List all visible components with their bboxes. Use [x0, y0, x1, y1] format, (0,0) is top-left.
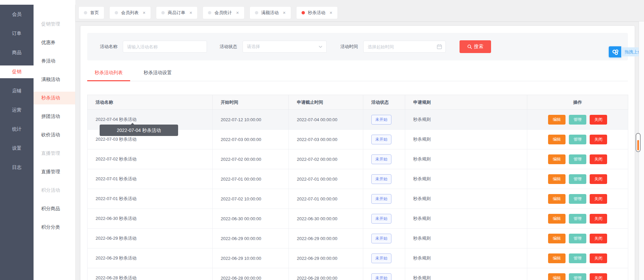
tab-close-icon[interactable]: ✕	[189, 11, 192, 15]
tab-close-icon[interactable]: ✕	[329, 11, 332, 15]
tab-close-icon[interactable]: ✕	[283, 11, 286, 15]
sidebar-item-store[interactable]: 店铺	[0, 81, 34, 100]
tab-close-icon[interactable]: ✕	[236, 11, 239, 15]
close-button[interactable]: 关闭	[590, 273, 607, 280]
tab-product-orders[interactable]: 商品订单✕	[156, 7, 197, 19]
manage-button[interactable]: 管理	[569, 234, 586, 243]
submenu-item-full-amount-activity[interactable]: 满额活动	[34, 70, 75, 89]
status-badge: 未开始	[371, 253, 391, 263]
edit-button[interactable]: 编辑	[548, 214, 566, 224]
sidebar-item-products[interactable]: 商品	[0, 43, 34, 62]
primary-sidebar: 会员订单商品促销店铺运营统计设置日志	[0, 5, 34, 280]
cell-status: 未开始	[363, 229, 405, 248]
sidebar-item-label: 会员	[0, 8, 34, 21]
close-button[interactable]: 关闭	[590, 135, 607, 144]
submenu-item-coupon-activity[interactable]: 券活动	[34, 52, 75, 70]
tab-close-icon[interactable]: ✕	[143, 11, 146, 15]
activity-time-input[interactable]	[363, 41, 446, 53]
cell-actions: 编辑管理关闭	[527, 209, 628, 229]
submenu-group-promotion-management: 促销管理	[34, 15, 75, 33]
cell-deadline: 2022-06-30 00:00:00	[289, 209, 363, 229]
tab-member-list[interactable]: 会员列表✕	[110, 7, 151, 19]
submenu-item-bargain-activity[interactable]: 砍价活动	[34, 126, 75, 144]
search-button[interactable]: 搜索	[460, 40, 491, 53]
edit-button[interactable]: 编辑	[548, 135, 566, 144]
cell-start-time: 2022-07-02 10:00:00	[213, 189, 289, 209]
secondary-sidebar: 促销管理优惠券券活动满额活动秒杀活动拼团活动砍价活动直播管理直播管理积分活动积分…	[34, 5, 75, 280]
submenu-label: 优惠券	[34, 36, 75, 49]
activity-time-picker[interactable]	[363, 41, 446, 53]
cell-rule: 秒杀规则	[405, 229, 527, 248]
sidebar-item-logs[interactable]: 日志	[0, 158, 34, 177]
edit-button[interactable]: 编辑	[548, 253, 566, 263]
cell-actions: 编辑管理关闭	[527, 110, 628, 130]
close-button[interactable]: 关闭	[590, 194, 607, 204]
cell-start-time: 2022-06-28 00:00:00	[213, 268, 289, 280]
manage-button[interactable]: 管理	[569, 273, 586, 280]
content-tab-flash-settings[interactable]: 秒杀活动设置	[136, 65, 179, 81]
close-button[interactable]: 关闭	[590, 174, 607, 184]
submenu-item-coupons[interactable]: 优惠券	[34, 33, 75, 52]
submenu-item-flash-sale-activity[interactable]: 秒杀活动	[34, 89, 75, 107]
submenu-label: 直播管理	[34, 166, 75, 178]
status-badge: 未开始	[371, 154, 391, 164]
chevron-down-icon	[319, 46, 322, 48]
cloud-disk-icon[interactable]	[609, 46, 621, 57]
manage-button[interactable]: 管理	[569, 174, 586, 184]
tab-full-amount[interactable]: 满额活动✕	[250, 7, 291, 19]
manage-button[interactable]: 管理	[569, 214, 586, 224]
cell-status: 未开始	[363, 189, 405, 209]
edit-button[interactable]: 编辑	[548, 194, 566, 204]
table-row: 2022-07-02 秒杀活动2022-07-02 00:00:002022-0…	[88, 149, 628, 169]
close-button[interactable]: 关闭	[590, 234, 607, 243]
submenu-item-live-management[interactable]: 直播管理	[34, 162, 75, 181]
close-button[interactable]: 关闭	[590, 115, 607, 125]
manage-button[interactable]: 管理	[569, 115, 586, 125]
col-actions: 操作	[527, 95, 628, 110]
manage-button[interactable]: 管理	[569, 194, 586, 204]
sidebar-item-members[interactable]: 会员	[0, 5, 34, 24]
cell-start-time: 2022-06-30 00:00:00	[213, 209, 289, 229]
col-start: 开始时间	[213, 95, 289, 110]
tab-member-stats[interactable]: 会员统计✕	[203, 7, 244, 19]
edit-button[interactable]: 编辑	[548, 234, 566, 243]
sidebar-item-statistics[interactable]: 统计	[0, 120, 34, 139]
close-button[interactable]: 关闭	[590, 253, 607, 263]
scrollbar-thumb[interactable]	[636, 133, 641, 152]
sidebar-item-settings[interactable]: 设置	[0, 139, 34, 158]
edit-button[interactable]: 编辑	[548, 273, 566, 280]
content-tab-flash-list[interactable]: 秒杀活动列表	[87, 65, 130, 81]
submenu-label: 秒杀活动	[34, 92, 75, 104]
close-button[interactable]: 关闭	[590, 154, 607, 164]
cell-rule: 秒杀规则	[405, 248, 527, 268]
sidebar-item-operations[interactable]: 运营	[0, 100, 34, 120]
submenu-label: 满额活动	[34, 73, 75, 86]
manage-button[interactable]: 管理	[569, 253, 586, 263]
submenu-label: 拼团活动	[34, 110, 75, 123]
cell-deadline: 2022-07-01 00:00:00	[289, 189, 363, 209]
activity-status-select[interactable]: 请选择	[243, 41, 327, 53]
status-badge: 未开始	[371, 194, 391, 204]
col-rule: 申请规则	[405, 95, 527, 110]
sidebar-item-promotions[interactable]: 促销	[0, 62, 34, 81]
edit-button[interactable]: 编辑	[548, 154, 566, 164]
manage-button[interactable]: 管理	[569, 154, 586, 164]
cell-actions: 编辑管理关闭	[527, 268, 628, 280]
edit-button[interactable]: 编辑	[548, 115, 566, 125]
close-button[interactable]: 关闭	[590, 214, 607, 224]
sidebar-item-orders[interactable]: 订单	[0, 24, 34, 43]
status-badge: 未开始	[371, 234, 391, 243]
manage-button[interactable]: 管理	[569, 135, 586, 144]
activity-name-input[interactable]	[123, 41, 207, 53]
tab-home[interactable]: 首页	[79, 7, 104, 19]
calendar-icon	[437, 44, 442, 49]
edit-button[interactable]: 编辑	[548, 174, 566, 184]
scroll-progress-bar	[637, 140, 639, 150]
sidebar-item-label: 运营	[0, 104, 34, 116]
submenu-item-group-buy-activity[interactable]: 拼团活动	[34, 107, 75, 126]
submenu-item-points-products[interactable]: 积分商品	[34, 199, 75, 218]
submenu-item-points-categories[interactable]: 积分分类	[34, 218, 75, 236]
cell-rule: 秒杀规则	[405, 189, 527, 209]
cell-rule: 秒杀规则	[405, 169, 527, 189]
tab-flash-sale[interactable]: 秒杀活动✕	[297, 7, 337, 19]
